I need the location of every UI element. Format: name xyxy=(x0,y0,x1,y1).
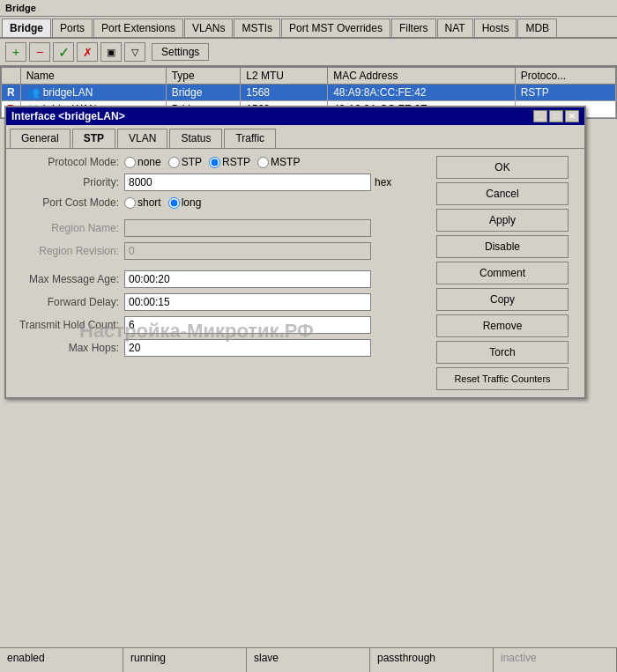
protocol-mode-label: Protocol Mode: xyxy=(13,156,119,168)
reset-traffic-button[interactable]: Reset Traffic Counters xyxy=(436,367,569,390)
transmit-hold-count-label: Transmit Hold Count: xyxy=(13,319,119,331)
proto-rstp-option[interactable]: RSTP xyxy=(209,156,250,168)
tab-filters[interactable]: Filters xyxy=(391,18,436,37)
tab-port-mst-overrides[interactable]: Port MST Overrides xyxy=(281,18,390,37)
tab-mstis[interactable]: MSTIs xyxy=(234,18,280,37)
proto-rstp-label: RSTP xyxy=(222,156,250,168)
transmit-hold-count-input[interactable] xyxy=(124,316,371,334)
row-l2mtu: 1568 xyxy=(241,85,328,101)
proto-mstp-radio[interactable] xyxy=(257,157,269,168)
tab-vlan[interactable]: VLAN xyxy=(117,129,167,148)
forward-delay-label: Forward Delay: xyxy=(13,296,119,308)
row-label: R xyxy=(2,85,21,101)
region-name-row: Region Name: xyxy=(13,219,429,237)
dialog-close-button[interactable]: ✕ xyxy=(565,110,579,122)
dialog-form: Protocol Mode: none STP RSTP xyxy=(13,156,429,390)
forward-delay-input[interactable] xyxy=(124,293,371,311)
proto-rstp-radio[interactable] xyxy=(209,157,220,168)
dialog-content: Protocol Mode: none STP RSTP xyxy=(6,149,584,397)
status-inactive: inactive xyxy=(494,648,617,672)
remove-button[interactable]: − xyxy=(29,42,50,62)
hex-label: hex xyxy=(375,176,391,188)
tab-port-extensions[interactable]: Port Extensions xyxy=(93,18,183,37)
main-window: Bridge Bridge Ports Port Extensions VLAN… xyxy=(0,0,617,672)
protocol-mode-radio-group: none STP RSTP MSTP xyxy=(124,156,300,168)
torch-button[interactable]: Torch xyxy=(436,341,569,364)
proto-mstp-option[interactable]: MSTP xyxy=(257,156,300,168)
tab-ports[interactable]: Ports xyxy=(52,18,93,37)
dialog-actions: OK Cancel Apply Disable Comment Copy Rem… xyxy=(436,156,577,390)
cost-short-option[interactable]: short xyxy=(124,196,161,209)
cancel-button-toolbar[interactable]: ✗ xyxy=(77,42,98,62)
cost-long-radio[interactable] xyxy=(168,197,180,209)
region-revision-input xyxy=(124,242,371,260)
tab-vlans[interactable]: VLANs xyxy=(184,18,233,37)
status-enabled: enabled xyxy=(0,648,123,672)
remove-button-dialog[interactable]: Remove xyxy=(436,314,569,337)
row-mac: 48:A9:8A:CC:FE:42 xyxy=(328,85,516,101)
priority-row: Priority: hex xyxy=(13,174,429,191)
tab-hosts[interactable]: Hosts xyxy=(474,18,517,37)
max-message-age-input[interactable] xyxy=(124,270,371,288)
status-bar: enabled running slave passthrough inacti… xyxy=(0,647,617,672)
col-type[interactable]: Type xyxy=(166,68,241,85)
settings-button[interactable]: Settings xyxy=(152,43,209,61)
max-hops-label: Max Hops: xyxy=(13,342,119,354)
tab-status[interactable]: Status xyxy=(169,129,222,148)
title-bar-label: Bridge xyxy=(5,3,36,13)
dialog-title-bar: Interface <bridgeLAN> _ □ ✕ xyxy=(6,107,584,125)
table-row[interactable]: R 👥bridgeLAN Bridge 1568 48:A9:8A:CC:FE:… xyxy=(2,85,616,101)
dialog-maximize-button[interactable]: □ xyxy=(549,110,563,122)
col-mac[interactable]: MAC Address xyxy=(328,68,516,85)
status-slave: slave xyxy=(247,648,370,672)
cost-short-radio[interactable] xyxy=(124,197,136,209)
check-button[interactable]: ✓ xyxy=(53,42,74,62)
tab-mdb[interactable]: MDB xyxy=(517,18,557,37)
tab-general[interactable]: General xyxy=(10,129,71,148)
col-name[interactable]: Name xyxy=(20,68,166,85)
port-cost-mode-label: Port Cost Mode: xyxy=(13,196,119,209)
row-type: Bridge xyxy=(166,85,241,101)
dialog-body: Protocol Mode: none STP RSTP xyxy=(6,148,584,397)
disable-button[interactable]: Disable xyxy=(436,235,569,258)
apply-button[interactable]: Apply xyxy=(436,209,569,232)
ok-button[interactable]: OK xyxy=(436,156,569,179)
row-name: 👥bridgeLAN xyxy=(20,85,166,101)
cancel-button[interactable]: Cancel xyxy=(436,182,569,205)
proto-mstp-label: MSTP xyxy=(271,156,300,168)
filter-button[interactable]: ▽ xyxy=(124,42,145,62)
dialog-minimize-button[interactable]: _ xyxy=(533,110,547,122)
tab-traffic[interactable]: Traffic xyxy=(224,129,276,148)
toolbar: + − ✓ ✗ ▣ ▽ Settings xyxy=(0,39,617,66)
proto-stp-radio[interactable] xyxy=(168,157,180,168)
priority-input[interactable] xyxy=(124,174,371,191)
max-hops-input[interactable] xyxy=(124,339,371,357)
col-proto[interactable]: Protoco... xyxy=(515,68,615,85)
max-message-age-label: Max Message Age: xyxy=(13,273,119,285)
max-message-age-row: Max Message Age: xyxy=(13,270,429,288)
cost-long-option[interactable]: long xyxy=(168,196,202,209)
comment-button[interactable]: Comment xyxy=(436,262,569,284)
transmit-hold-count-row: Transmit Hold Count: xyxy=(13,316,429,334)
region-revision-row: Region Revision: xyxy=(13,242,429,260)
cost-long-label: long xyxy=(182,196,202,209)
proto-none-option[interactable]: none xyxy=(124,156,161,168)
tab-nat[interactable]: NAT xyxy=(437,18,473,37)
copy-button[interactable]: Copy xyxy=(436,288,569,311)
dialog: Interface <bridgeLAN> _ □ ✕ General STP … xyxy=(4,106,586,399)
tab-stp[interactable]: STP xyxy=(72,129,115,148)
proto-none-radio[interactable] xyxy=(124,157,136,168)
col-l2mtu[interactable]: L2 MTU xyxy=(241,68,328,85)
protocol-mode-row: Protocol Mode: none STP RSTP xyxy=(13,156,429,168)
proto-stp-option[interactable]: STP xyxy=(168,156,202,168)
forward-delay-row: Forward Delay: xyxy=(13,293,429,311)
title-bar: Bridge xyxy=(0,0,617,17)
col-empty xyxy=(2,68,21,85)
proto-stp-label: STP xyxy=(182,156,202,168)
copy-button-toolbar[interactable]: ▣ xyxy=(100,42,122,62)
add-button[interactable]: + xyxy=(5,42,26,62)
cost-short-label: short xyxy=(138,196,161,209)
tab-bridge[interactable]: Bridge xyxy=(2,18,51,37)
max-hops-row: Max Hops: xyxy=(13,339,429,357)
proto-none-label: none xyxy=(138,156,161,168)
